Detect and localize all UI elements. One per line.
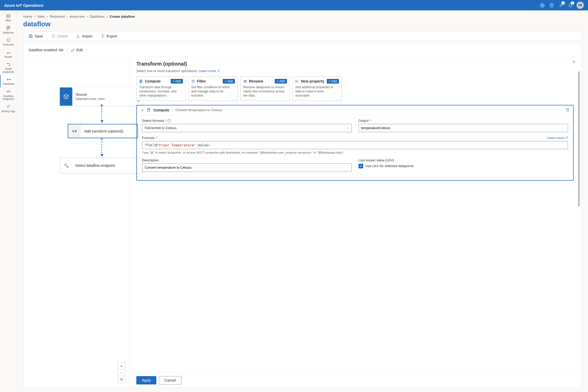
breadcrumb-link[interactable]: Sites: [37, 15, 45, 18]
breadcrumb-link[interactable]: Home: [23, 15, 32, 18]
compute-card: Compute + Add Transform data through con…: [136, 77, 186, 101]
transform-panel: Transform (optional) Select one or more …: [130, 56, 581, 388]
page-title: dataflow: [23, 20, 582, 28]
add-rename-button[interactable]: + Add: [275, 79, 287, 84]
sidenav-instances[interactable]: Instances: [0, 24, 17, 36]
edit-button[interactable]: Edit: [71, 48, 83, 52]
info-icon[interactable]: i: [168, 119, 171, 122]
svg-point-27: [140, 81, 140, 81]
description-input[interactable]: [142, 163, 352, 172]
transform-icon: [68, 124, 81, 138]
import-button[interactable]: Import: [76, 34, 92, 38]
compute-block-name: Convert temperature to Celsius: [172, 108, 222, 112]
cube-icon: [60, 87, 72, 106]
svg-point-16: [9, 91, 10, 92]
sidenav-label: Activity logs: [2, 110, 15, 113]
sidenav-activity-logs[interactable]: Activity logs: [0, 102, 17, 115]
sidenav-overview[interactable]: Overview: [0, 36, 17, 48]
svg-point-33: [296, 80, 296, 80]
breadcrumb-link[interactable]: donut-line: [70, 15, 85, 18]
sidenav-label: Dataflow endpoints: [1, 95, 16, 101]
sidenav-asset-endpoints[interactable]: Asset endpoints: [0, 60, 17, 75]
zoom-fit-button[interactable]: [118, 376, 125, 383]
svg-point-29: [140, 82, 140, 82]
breadcrumb-link[interactable]: Redmond: [50, 15, 65, 18]
select-formula-dropdown[interactable]: Fahrenheit to Celsius: [142, 124, 352, 132]
sidenav-label: Asset endpoints: [1, 67, 16, 73]
svg-rect-13: [7, 79, 8, 80]
apply-button[interactable]: Apply: [136, 376, 156, 384]
settings-icon[interactable]: [538, 1, 547, 10]
panel-title: Transform (optional): [136, 61, 574, 67]
svg-point-21: [65, 164, 66, 166]
svg-rect-26: [140, 80, 142, 81]
output-input[interactable]: [359, 124, 568, 132]
svg-rect-20: [75, 130, 76, 132]
lkv-checkbox[interactable]: [359, 164, 363, 168]
rename-card: Rename + Add Rename datapoints to ensure…: [240, 77, 290, 101]
scrollbar[interactable]: [578, 71, 580, 207]
zoom-out-button[interactable]: −: [118, 369, 125, 376]
save-button[interactable]: Save: [29, 34, 43, 38]
sites-icon: [6, 14, 11, 18]
add-filter-button[interactable]: + Add: [223, 79, 235, 84]
svg-rect-19: [73, 130, 73, 132]
side-nav: Sites Instances Overview Assets Asset en…: [0, 10, 17, 392]
delete-icon[interactable]: [566, 108, 570, 112]
zoom-in-button[interactable]: +: [118, 362, 125, 369]
svg-point-35: [296, 82, 296, 82]
product-title: Azure IoT Operations: [4, 3, 44, 8]
cancel-button[interactable]: Cancel: [159, 376, 181, 384]
command-bar: Save Delete Import Export: [23, 32, 582, 41]
chevron-down-icon[interactable]: [140, 108, 144, 112]
instances-icon: [6, 26, 11, 30]
sidenav-sites[interactable]: Sites: [0, 11, 17, 24]
sidenav-label: Dataflows: [3, 83, 14, 86]
learn-more-link[interactable]: Learn more: [547, 136, 568, 140]
svg-point-2: [552, 6, 552, 6]
dataflow-canvas[interactable]: Source Selected Asset: oven ⋯: [23, 56, 130, 388]
svg-rect-6: [7, 28, 8, 30]
dataflow-endpoints-icon: [6, 89, 11, 94]
sidenav-assets[interactable]: Assets: [0, 48, 17, 60]
svg-point-1: [550, 3, 553, 7]
svg-rect-8: [7, 39, 10, 41]
learn-more-link[interactable]: Learn more: [199, 69, 220, 73]
sidenav-dataflows[interactable]: Dataflows: [0, 75, 17, 87]
breadcrumb-link[interactable]: Dataflows: [90, 15, 104, 18]
svg-rect-31: [244, 80, 245, 82]
sidenav-dataflow-endpoints[interactable]: Dataflow endpoints: [0, 87, 17, 102]
sidenav-label: Assets: [4, 55, 12, 59]
svg-point-30: [141, 82, 141, 82]
svg-point-7: [9, 29, 9, 29]
svg-point-28: [141, 81, 141, 81]
transform-node[interactable]: Add transform (optional): [68, 124, 138, 138]
feedback-icon[interactable]: 1: [556, 1, 566, 10]
compute-instance: Compute Convert temperature to Celsius S…: [136, 105, 574, 181]
compute-block-title: Compute: [154, 108, 169, 112]
export-button[interactable]: Export: [101, 34, 117, 38]
svg-point-11: [7, 63, 8, 64]
sidenav-label: Instances: [3, 31, 14, 34]
activity-logs-icon: [6, 104, 11, 109]
add-compute-button[interactable]: + Add: [171, 79, 183, 84]
close-icon[interactable]: [572, 60, 576, 64]
svg-rect-32: [246, 80, 247, 82]
overview-icon: [6, 38, 11, 42]
endpoint-icon: [60, 163, 73, 168]
svg-point-24: [121, 379, 122, 380]
formula-hint: Type "@" to select datapoints, or access…: [142, 150, 568, 155]
avatar[interactable]: PA: [577, 2, 584, 9]
dataflows-icon: [6, 77, 11, 82]
zoom-controls: + −: [118, 362, 125, 383]
svg-rect-15: [7, 91, 8, 92]
panel-subtitle: Select one or more transform operations.…: [136, 69, 574, 73]
add-new-property-button[interactable]: + Add: [327, 79, 339, 84]
breadcrumb-current: Create dataflow: [110, 15, 135, 18]
help-icon[interactable]: [547, 1, 556, 10]
notifications-icon[interactable]: 1: [566, 1, 575, 10]
formula-input[interactable]: fToC(@"Fryer Temperature".Value): [142, 141, 568, 149]
transform-label: Add transform (optional): [81, 129, 127, 133]
svg-point-12: [9, 65, 10, 66]
svg-rect-14: [10, 79, 10, 80]
